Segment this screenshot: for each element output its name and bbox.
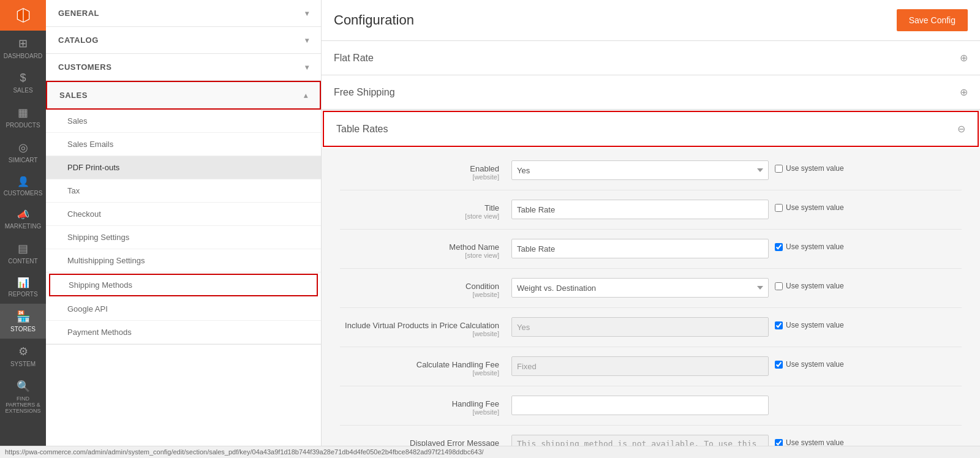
nav-item-reports[interactable]: 📊 REPORTS <box>0 271 46 304</box>
dashboard-icon: ⊞ <box>18 37 28 50</box>
select-include-virtual[interactable]: Yes No <box>511 317 769 337</box>
submenu-item-shipping-methods[interactable]: Shipping Methods <box>49 274 318 296</box>
form-row-title: Title [store view] Use system value <box>340 200 962 230</box>
nav-item-content[interactable]: ▤ CONTENT <box>0 236 46 271</box>
section-sales-label: SALES <box>59 91 88 100</box>
system-value-method-name: Use system value <box>775 239 873 251</box>
control-handling-fee <box>511 396 962 415</box>
submenu-item-tax[interactable]: Tax <box>46 179 321 203</box>
label-method-name-scope: [store view] <box>340 252 499 259</box>
nav-item-marketing[interactable]: 📣 MARKETING <box>0 203 46 236</box>
select-condition[interactable]: Weight vs. Destination Price vs. Destina… <box>511 278 769 298</box>
free-shipping-chevron-icon: ⊕ <box>960 86 968 98</box>
nav-label-simicart: SIMICART <box>9 157 38 163</box>
input-handling-fee[interactable] <box>511 396 769 415</box>
page-title: Configuration <box>334 12 414 28</box>
submenu-item-payment-methods[interactable]: Payment Methods <box>46 321 321 344</box>
select-enabled[interactable]: Yes No <box>511 160 769 180</box>
section-catalog-label: CATALOG <box>58 36 99 45</box>
stores-icon: 🏪 <box>17 310 30 323</box>
system-value-title: Use system value <box>775 200 873 212</box>
main-content: Configuration Save Config Flat Rate ⊕ Fr… <box>322 0 980 458</box>
input-method-name[interactable] <box>511 239 769 258</box>
section-customers-label: CUSTOMERS <box>58 62 111 72</box>
label-handling-fee-text: Handling Fee <box>452 399 499 408</box>
system-value-enabled: Use system value <box>775 160 873 173</box>
submenu-item-checkout[interactable]: Checkout <box>46 203 321 226</box>
submenu-item-pdf-printouts[interactable]: PDF Print-outs <box>46 156 321 179</box>
nav-label-sales: SALES <box>13 87 32 94</box>
nav-label-marketing: MARKETING <box>5 223 41 230</box>
label-method-name-text: Method Name <box>449 242 499 252</box>
nav-item-simicart[interactable]: ◎ SIMICART <box>0 135 46 170</box>
chevron-up-icon: ▴ <box>304 91 308 100</box>
config-panel-body: GENERAL ▾ CATALOG ▾ CUSTOMERS ▾ SALES ▴ … <box>46 0 321 458</box>
checkbox-system-value-title[interactable] <box>775 204 783 212</box>
control-method-name: Use system value <box>511 239 962 258</box>
nav-label-find-partners: FIND PARTNERS & EXTENSIONS <box>3 396 43 414</box>
checkbox-system-value-calc-handling-fee[interactable] <box>775 361 783 369</box>
form-row-calc-handling-fee: Calculate Handling Fee [website] Fixed P… <box>340 356 962 386</box>
system-value-label-condition: Use system value <box>786 282 844 290</box>
table-rates-label: Table Rates <box>336 124 388 135</box>
control-calc-handling-fee: Fixed Percent Use system value <box>511 356 962 376</box>
flat-rate-label: Flat Rate <box>334 53 374 64</box>
marketing-icon: 📣 <box>17 209 29 220</box>
submenu-item-sales[interactable]: Sales <box>46 110 321 133</box>
control-include-virtual: Yes No Use system value <box>511 317 962 337</box>
checkbox-system-value-method-name[interactable] <box>775 243 783 251</box>
system-value-label-enabled: Use system value <box>786 164 844 173</box>
label-title: Title [store view] <box>340 200 511 220</box>
system-value-label-method-name: Use system value <box>786 242 844 251</box>
nav-item-sales[interactable]: $ SALES <box>0 66 46 100</box>
form-row-method-name: Method Name [store view] Use system valu… <box>340 239 962 269</box>
checkbox-system-value-condition[interactable] <box>775 282 783 290</box>
system-value-error-message: Use system value <box>775 435 873 447</box>
checkbox-system-value-enabled[interactable] <box>775 165 783 173</box>
free-shipping-row[interactable]: Free Shipping ⊕ <box>322 75 980 110</box>
select-calc-handling-fee[interactable]: Fixed Percent <box>511 356 769 376</box>
top-header: Configuration Save Config <box>322 0 980 41</box>
free-shipping-label: Free Shipping <box>334 87 395 98</box>
flat-rate-row[interactable]: Flat Rate ⊕ <box>322 41 980 75</box>
label-enabled: Enabled [website] <box>340 160 511 181</box>
nav-label-customers: CUSTOMERS <box>4 190 43 197</box>
submenu-item-shipping-settings[interactable]: Shipping Settings <box>46 226 321 249</box>
section-general[interactable]: GENERAL ▾ <box>46 0 321 27</box>
nav-item-stores[interactable]: 🏪 STORES <box>0 304 46 339</box>
label-calc-handling-fee-text: Calculate Handling Fee <box>417 360 499 369</box>
nav-item-products[interactable]: ▦ PRODUCTS <box>0 100 46 135</box>
section-catalog[interactable]: CATALOG ▾ <box>46 27 321 54</box>
config-panel: GENERAL ▾ CATALOG ▾ CUSTOMERS ▾ SALES ▴ … <box>46 0 322 458</box>
submenu-item-multishipping-settings[interactable]: Multishipping Settings <box>46 249 321 272</box>
sidebar-navigation: ⊞ DASHBOARD $ SALES ▦ PRODUCTS ◎ SIMICAR… <box>0 0 46 458</box>
section-sales[interactable]: SALES ▴ <box>46 81 321 110</box>
checkbox-system-value-include-virtual[interactable] <box>775 321 783 329</box>
system-value-label-calc-handling-fee: Use system value <box>786 360 844 369</box>
input-title[interactable] <box>511 200 769 219</box>
nav-label-system: SYSTEM <box>10 361 36 367</box>
nav-label-content: CONTENT <box>8 258 37 265</box>
system-value-label-include-virtual: Use system value <box>786 321 844 329</box>
save-config-button[interactable]: Save Config <box>897 9 968 31</box>
label-include-virtual: Include Virtual Products in Price Calcul… <box>340 317 511 337</box>
submenu-item-sales-emails[interactable]: Sales Emails <box>46 133 321 156</box>
table-rates-section: Table Rates ⊖ Enabled [website] Yes No <box>322 111 980 458</box>
form-row-include-virtual: Include Virtual Products in Price Calcul… <box>340 317 962 347</box>
submenu-item-google-api[interactable]: Google API <box>46 298 321 321</box>
section-customers[interactable]: CUSTOMERS ▾ <box>46 54 321 81</box>
system-icon: ⚙ <box>18 345 28 358</box>
table-rates-header[interactable]: Table Rates ⊖ <box>323 111 979 147</box>
nav-item-dashboard[interactable]: ⊞ DASHBOARD <box>0 31 46 66</box>
nav-item-system[interactable]: ⚙ SYSTEM <box>0 339 46 374</box>
section-general-label: GENERAL <box>58 9 99 18</box>
label-include-virtual-text: Include Virtual Products in Price Calcul… <box>345 321 499 330</box>
nav-label-products: PRODUCTS <box>6 122 40 129</box>
nav-item-customers[interactable]: 👤 CUSTOMERS <box>0 170 46 203</box>
table-rates-config-form: Enabled [website] Yes No Use system valu… <box>322 148 980 458</box>
flat-rate-chevron-icon: ⊕ <box>960 52 968 64</box>
reports-icon: 📊 <box>17 277 29 288</box>
magento-logo[interactable] <box>0 0 46 31</box>
nav-label-reports: REPORTS <box>8 291 37 298</box>
nav-item-find-partners[interactable]: 🔍 FIND PARTNERS & EXTENSIONS <box>0 374 46 420</box>
